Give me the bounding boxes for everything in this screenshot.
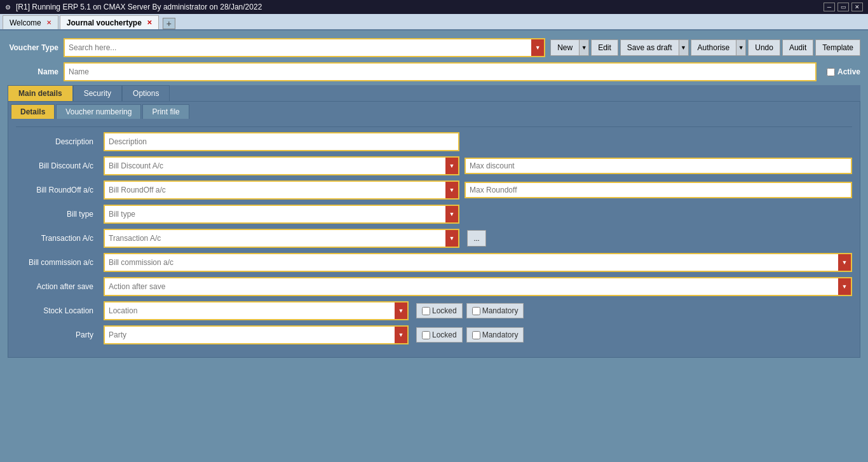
inner-tab-voucher-numbering[interactable]: Voucher numbering: [56, 104, 141, 119]
ellipsis-button[interactable]: ...: [467, 230, 486, 247]
bill-roundoff-input[interactable]: [105, 182, 445, 198]
location-locked-label: Locked: [432, 306, 457, 315]
party-locked-checkbox[interactable]: [422, 331, 430, 339]
party-locked-item[interactable]: Locked: [416, 327, 463, 343]
max-discount-input[interactable]: [465, 158, 852, 174]
edit-button[interactable]: Edit: [591, 39, 618, 56]
description-label: Description: [16, 137, 98, 146]
party-locked-label: Locked: [432, 330, 457, 339]
template-button[interactable]: Template: [815, 39, 860, 56]
app-icon: ⚙: [5, 4, 11, 11]
bill-type-input[interactable]: [105, 206, 445, 222]
action-after-save-wrapper: ▼: [104, 277, 852, 296]
location-mandatory-item[interactable]: Mandatory: [466, 303, 524, 318]
voucher-type-dropdown-btn[interactable]: ▼: [531, 39, 544, 56]
tab-security[interactable]: Security: [73, 85, 122, 101]
new-dropdown-arrow[interactable]: ▼: [579, 39, 589, 56]
transaction-dropdown[interactable]: ▼: [445, 230, 458, 247]
title-text: [R1] Running ERP 5.1 on CMAX Server By a…: [16, 3, 262, 11]
tab-journal-label: Journal vouchertype: [67, 18, 142, 27]
voucher-type-row: Voucher Type ▼ New ▼ Edit Save as draft …: [8, 38, 860, 57]
action-after-save-dropdown[interactable]: ▼: [838, 278, 851, 295]
bill-discount-label: Bill Discount A/c: [16, 161, 98, 170]
party-mandatory-item[interactable]: Mandatory: [466, 327, 524, 343]
party-dropdown[interactable]: ▼: [395, 327, 407, 343]
bill-type-wrapper: ▼: [104, 205, 459, 224]
description-input[interactable]: [105, 133, 458, 150]
transaction-row: Transaction A/c ▼ ...: [16, 229, 852, 248]
party-label: Party: [16, 330, 98, 339]
transaction-label: Transaction A/c: [16, 234, 98, 243]
bill-type-row: Bill type ▼: [16, 205, 852, 224]
bill-type-label: Bill type: [16, 210, 98, 219]
party-mandatory-label: Mandatory: [482, 330, 519, 339]
toolbar: New ▼ Edit Save as draft ▼ Authorise ▼ U…: [550, 39, 860, 56]
name-input[interactable]: [65, 64, 815, 80]
voucher-type-label: Voucher Type: [8, 43, 58, 52]
location-mandatory-checkbox[interactable]: [472, 307, 480, 315]
bill-roundoff-label: Bill RoundOff a/c: [16, 186, 98, 194]
authorise-arrow[interactable]: ▼: [736, 39, 746, 56]
minimize-button[interactable]: ─: [824, 3, 835, 11]
tab-welcome-label: Welcome: [10, 18, 41, 27]
title-bar: ⚙ [R1] Running ERP 5.1 on CMAX Server By…: [0, 0, 868, 14]
transaction-wrapper: ▼: [104, 229, 459, 248]
stock-location-row: Stock Location ▼ Locked Mandatory: [16, 301, 852, 320]
location-mandatory-label: Mandatory: [482, 306, 519, 315]
name-input-wrapper: [64, 62, 817, 81]
location-dropdown[interactable]: ▼: [395, 302, 407, 319]
tab-journal-close[interactable]: ✕: [147, 19, 152, 26]
bill-commission-wrapper: ▼: [104, 253, 852, 272]
stock-location-label: Stock Location: [16, 306, 98, 315]
party-input[interactable]: [105, 327, 395, 343]
location-input[interactable]: [105, 302, 395, 319]
bill-commission-dropdown[interactable]: ▼: [838, 254, 851, 271]
add-tab-button[interactable]: +: [163, 18, 175, 29]
tab-main-details[interactable]: Main details: [8, 85, 73, 101]
location-locked-item[interactable]: Locked: [416, 303, 463, 318]
max-roundoff-input[interactable]: [465, 182, 852, 198]
tab-options[interactable]: Options: [122, 85, 170, 101]
party-checkbox-group: Locked Mandatory: [416, 327, 524, 343]
inner-tab-print-file[interactable]: Print file: [142, 104, 189, 119]
bill-type-dropdown[interactable]: ▼: [445, 206, 458, 222]
action-after-save-input[interactable]: [105, 278, 838, 295]
active-checkbox-group: Active: [827, 67, 860, 76]
name-label: Name: [8, 67, 58, 76]
bill-discount-row: Bill Discount A/c ▼: [16, 156, 852, 175]
tab-welcome-close[interactable]: ✕: [46, 19, 51, 26]
name-row: Name Active: [8, 62, 860, 81]
section-tabs: Main details Security Options: [8, 85, 860, 101]
transaction-input[interactable]: [105, 230, 445, 247]
inner-tab-details[interactable]: Details: [11, 104, 55, 119]
voucher-type-search-input[interactable]: [65, 39, 531, 56]
form-area: Details Voucher numbering Print file Des…: [8, 101, 860, 358]
new-button[interactable]: New: [550, 39, 579, 56]
tab-welcome[interactable]: Welcome ✕: [3, 15, 58, 29]
action-after-save-label: Action after save: [16, 282, 98, 291]
undo-button[interactable]: Undo: [748, 39, 780, 56]
save-draft-button[interactable]: Save as draft: [620, 39, 679, 56]
active-checkbox[interactable]: [827, 68, 835, 76]
bill-discount-wrapper: ▼: [104, 156, 459, 175]
voucher-type-search-wrapper: ▼: [64, 38, 545, 57]
authorise-button[interactable]: Authorise: [691, 39, 736, 56]
bill-commission-input[interactable]: [105, 254, 838, 271]
party-mandatory-checkbox[interactable]: [472, 331, 480, 339]
bill-roundoff-dropdown[interactable]: ▼: [445, 182, 458, 198]
bill-roundoff-wrapper: ▼: [104, 180, 459, 200]
bill-roundoff-row: Bill RoundOff a/c ▼: [16, 180, 852, 200]
location-locked-checkbox[interactable]: [422, 307, 430, 315]
party-dropdown-wrapper: ▼: [104, 325, 409, 344]
save-draft-arrow[interactable]: ▼: [679, 39, 689, 56]
tab-journal-vouchertype[interactable]: Journal vouchertype ✕: [60, 15, 159, 29]
audit-button[interactable]: Audit: [782, 39, 813, 56]
bill-discount-dropdown[interactable]: ▼: [445, 158, 458, 174]
bill-discount-input[interactable]: [105, 158, 445, 174]
authorise-button-group: Authorise ▼: [691, 39, 747, 56]
party-row: Party ▼ Locked Mandatory: [16, 325, 852, 344]
restore-button[interactable]: ▭: [837, 3, 849, 11]
bill-commission-label: Bill commission a/c: [16, 258, 98, 267]
location-dropdown-wrapper: ▼: [104, 301, 409, 320]
close-button[interactable]: ✕: [851, 3, 863, 11]
